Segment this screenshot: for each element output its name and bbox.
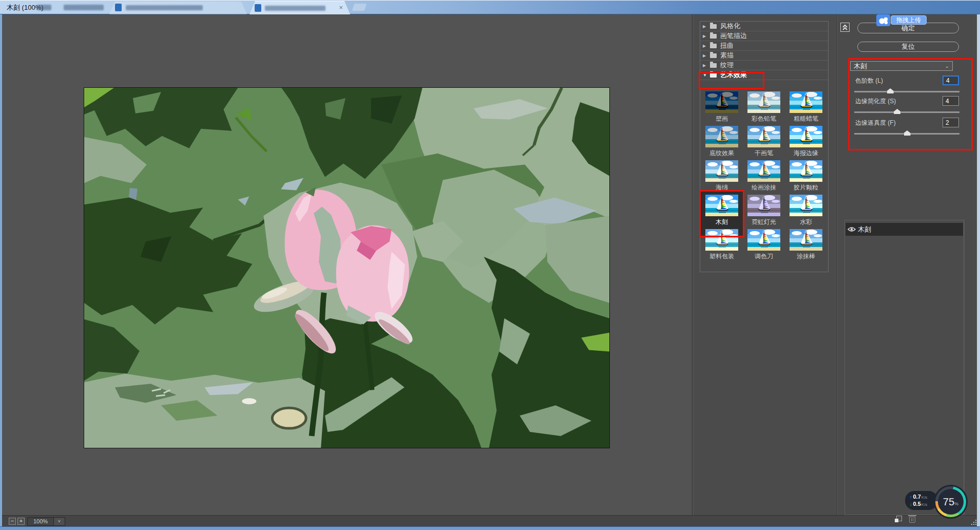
trash-icon <box>909 517 915 523</box>
filter-thumbnail-image <box>790 160 822 182</box>
filter-thumbnail-image <box>747 229 780 251</box>
new-tab-button[interactable] <box>352 4 367 11</box>
slider-thumb[interactable] <box>904 130 911 136</box>
filter-thumb-label: 水彩 <box>785 218 827 226</box>
slider-value-input[interactable] <box>943 118 959 127</box>
panel-divider <box>837 14 838 515</box>
slider-value-input[interactable] <box>943 75 959 85</box>
drag-upload-widget[interactable]: 拖拽上传 <box>876 14 927 26</box>
effect-layer-name: 木刻 <box>858 225 871 234</box>
resize-grip[interactable] <box>971 520 977 526</box>
filter-thumb-label: 海绵 <box>701 183 742 192</box>
effect-layers-panel: 木刻 <box>844 220 964 515</box>
filter-thumbnail-image <box>790 229 822 251</box>
filter-thumbnail-image <box>790 195 822 216</box>
filter-thumb-霓虹灯光[interactable]: 霓虹灯光 <box>747 195 780 226</box>
filter-thumb-绘画涂抹[interactable]: 绘画涂抹 <box>747 160 780 192</box>
trash-icon <box>908 515 916 516</box>
category-label: 素描 <box>720 51 734 60</box>
category-row-素描[interactable]: ▶素描 <box>700 51 828 61</box>
slider-track[interactable] <box>854 91 959 92</box>
category-row-纹理[interactable]: ▶纹理 <box>700 61 828 70</box>
filter-thumb-胶片颗粒[interactable]: 胶片颗粒 <box>790 160 822 192</box>
slider-thumb[interactable] <box>887 88 894 93</box>
filter-thumb-海报边缘[interactable]: 海报边缘 <box>790 126 822 158</box>
browser-tab[interactable] <box>109 2 247 14</box>
collapse-thumbnails-button[interactable] <box>840 23 850 32</box>
visibility-eye-icon[interactable] <box>846 226 858 232</box>
double-chevron-up-icon <box>842 24 848 31</box>
preview-image[interactable] <box>84 87 610 448</box>
chevron-down-icon[interactable]: ˅ <box>53 518 65 525</box>
trash-icon <box>913 518 913 521</box>
slider-track[interactable] <box>854 111 959 113</box>
arrow-expanded-icon: ▼ <box>703 73 709 78</box>
effect-layer-row[interactable]: 木刻 <box>846 223 963 236</box>
percentage-gauge-widget[interactable]: 75 % <box>934 485 968 519</box>
browser-tab-active[interactable]: × <box>249 1 350 14</box>
filter-thumb-label: 底纹效果 <box>701 149 742 158</box>
filter-thumb-label: 干画笔 <box>743 149 784 158</box>
category-row-风格化[interactable]: ▶风格化 <box>700 22 828 31</box>
delete-effect-layer-button[interactable] <box>909 515 916 523</box>
filter-thumbnail-image <box>705 160 738 182</box>
filter-thumb-label: 绘画涂抹 <box>743 183 784 192</box>
filter-thumb-彩色铅笔[interactable]: 彩色铅笔 <box>747 91 780 123</box>
category-row-扭曲[interactable]: ▶扭曲 <box>700 41 828 51</box>
category-label: 画笔描边 <box>720 31 747 41</box>
arrow-collapsed-icon: ▶ <box>703 44 709 48</box>
blurred-text <box>126 5 203 10</box>
category-label: 纹理 <box>720 61 734 70</box>
zoom-level-select[interactable]: 100% ˅ <box>27 517 65 526</box>
network-speed-widget[interactable]: ↑ 0.7 K/s ↓ 0.5 K/s <box>905 491 938 510</box>
arrow-collapsed-icon: ▶ <box>703 63 709 68</box>
slider-label: 色阶数 (L) <box>855 77 883 85</box>
blurred-text <box>64 5 104 10</box>
filter-thumb-干画笔[interactable]: 干画笔 <box>747 126 780 158</box>
folder-icon <box>710 34 717 39</box>
filter-thumb-海绵[interactable]: 海绵 <box>705 160 738 192</box>
category-row-画笔描边[interactable]: ▶画笔描边 <box>700 31 828 41</box>
title-bar: 木刻 (100%) × <box>0 0 980 14</box>
tab-favicon <box>115 4 122 11</box>
filter-thumbnail-image <box>705 91 738 113</box>
slider-value-input[interactable] <box>943 96 959 106</box>
tab-close-icon[interactable]: × <box>339 4 343 11</box>
chevron-down-icon: ⌄ <box>945 63 952 69</box>
new-effect-layer-button[interactable] <box>895 516 902 522</box>
filter-thumb-壁画[interactable]: 壁画 <box>705 91 738 123</box>
slider-thumb[interactable] <box>894 109 900 114</box>
category-label: 扭曲 <box>720 41 734 50</box>
filter-thumbnail-image <box>705 229 738 251</box>
category-label: 风格化 <box>720 22 740 31</box>
filter-thumb-label: 涂抹棒 <box>785 252 827 261</box>
filter-thumbnail-image <box>747 160 780 182</box>
filter-thumb-底纹效果[interactable]: 底纹效果 <box>705 126 738 158</box>
slider-group: 边缘简化度 (S) <box>850 96 960 117</box>
filter-thumbnail-image <box>705 195 738 216</box>
filter-thumb-水彩[interactable]: 水彩 <box>790 195 822 226</box>
netdisk-cloud-icon[interactable] <box>876 14 890 26</box>
filter-thumb-label: 霓虹灯光 <box>743 218 784 226</box>
filter-thumb-木刻[interactable]: 木刻 <box>705 195 738 226</box>
reset-button[interactable]: 复位 <box>857 42 959 52</box>
download-speed-value: 0.5 <box>913 501 921 507</box>
filter-thumb-label: 海报边缘 <box>785 149 827 158</box>
filter-thumbnail-image <box>747 91 780 113</box>
filter-thumb-塑料包装[interactable]: 塑料包装 <box>705 229 738 261</box>
filter-select-dropdown[interactable]: 木刻 ⌄ <box>850 61 953 71</box>
category-row-艺术效果[interactable]: ▼艺术效果 <box>700 70 828 80</box>
filter-thumb-粗糙蜡笔[interactable]: 粗糙蜡笔 <box>790 91 822 123</box>
zoom-in-button[interactable]: + <box>17 518 25 525</box>
folder-icon <box>710 73 717 78</box>
zoom-out-button[interactable]: − <box>9 518 16 525</box>
speed-unit: K/s <box>921 495 928 500</box>
filter-thumb-涂抹棒[interactable]: 涂抹棒 <box>790 229 822 261</box>
scrollbar-gutter[interactable] <box>964 220 977 515</box>
drag-upload-button[interactable]: 拖拽上传 <box>891 15 927 25</box>
filter-thumb-调色刀[interactable]: 调色刀 <box>747 229 780 261</box>
filter-thumbnail-image <box>705 126 738 147</box>
status-bar: − + 100% ˅ <box>2 515 977 526</box>
slider-track[interactable] <box>854 133 959 135</box>
filter-thumb-label: 塑料包装 <box>701 252 742 261</box>
